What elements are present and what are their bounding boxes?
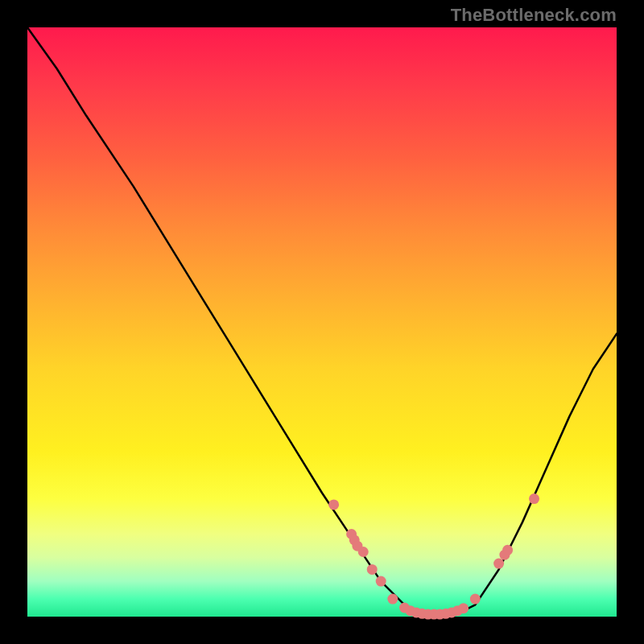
svg-point-20 <box>493 559 504 569</box>
curve-path <box>27 27 617 617</box>
plot-area <box>27 27 617 617</box>
attribution-text: TheBottleneck.com <box>451 5 617 26</box>
svg-point-22 <box>502 545 513 555</box>
svg-point-4 <box>358 547 369 557</box>
svg-point-19 <box>470 594 481 605</box>
curve-markers <box>328 493 539 619</box>
svg-point-0 <box>328 499 339 510</box>
svg-point-23 <box>529 493 539 504</box>
svg-point-7 <box>387 594 398 605</box>
curve-layer <box>27 27 617 617</box>
svg-point-6 <box>376 576 386 587</box>
svg-point-5 <box>367 564 378 575</box>
svg-point-18 <box>458 603 469 613</box>
chart-container: TheBottleneck.com <box>0 0 644 644</box>
